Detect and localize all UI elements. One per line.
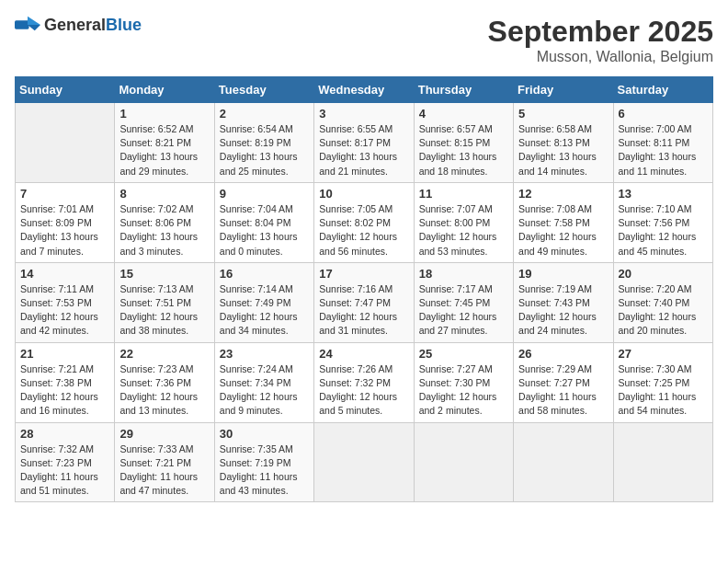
day-cell: 10Sunrise: 7:05 AMSunset: 8:02 PMDayligh…: [314, 182, 414, 262]
day-cell: 19Sunrise: 7:19 AMSunset: 7:43 PMDayligh…: [514, 262, 613, 342]
day-info: Sunrise: 7:23 AMSunset: 7:36 PMDaylight:…: [119, 362, 209, 419]
day-cell: 7Sunrise: 7:01 AMSunset: 8:09 PMDaylight…: [16, 182, 115, 262]
day-number: 19: [518, 267, 608, 281]
day-cell: 17Sunrise: 7:16 AMSunset: 7:47 PMDayligh…: [314, 262, 414, 342]
location-subtitle: Musson, Wallonia, Belgium: [488, 49, 713, 65]
day-info: Sunrise: 7:11 AMSunset: 7:53 PMDaylight:…: [20, 282, 109, 339]
day-cell: 13Sunrise: 7:10 AMSunset: 7:56 PMDayligh…: [613, 182, 712, 262]
day-number: 3: [319, 107, 408, 121]
day-cell: 23Sunrise: 7:24 AMSunset: 7:34 PMDayligh…: [214, 342, 313, 422]
day-cell: 14Sunrise: 7:11 AMSunset: 7:53 PMDayligh…: [16, 262, 115, 342]
month-title: September 2025: [488, 15, 713, 49]
day-info: Sunrise: 7:14 AMSunset: 7:49 PMDaylight:…: [220, 282, 309, 339]
week-row: 14Sunrise: 7:11 AMSunset: 7:53 PMDayligh…: [16, 262, 713, 342]
day-cell: [314, 422, 414, 502]
day-info: Sunrise: 7:33 AMSunset: 7:21 PMDaylight:…: [119, 442, 209, 499]
day-number: 2: [220, 107, 309, 121]
day-number: 26: [518, 347, 608, 361]
header-saturday: Saturday: [613, 77, 712, 103]
day-info: Sunrise: 7:30 AMSunset: 7:25 PMDaylight:…: [619, 362, 708, 419]
day-number: 30: [220, 427, 309, 441]
day-number: 10: [319, 187, 408, 201]
day-number: 28: [20, 427, 109, 441]
day-number: 17: [319, 267, 408, 281]
day-cell: [414, 422, 513, 502]
day-info: Sunrise: 7:20 AMSunset: 7:40 PMDaylight:…: [619, 282, 708, 339]
day-info: Sunrise: 7:08 AMSunset: 7:58 PMDaylight:…: [518, 202, 608, 259]
day-cell: 1Sunrise: 6:52 AMSunset: 8:21 PMDaylight…: [115, 103, 214, 183]
header: GeneralBlue September 2025 Musson, Wallo…: [15, 15, 713, 65]
day-info: Sunrise: 7:21 AMSunset: 7:38 PMDaylight:…: [20, 362, 109, 419]
day-cell: 11Sunrise: 7:07 AMSunset: 8:00 PMDayligh…: [414, 182, 513, 262]
day-number: 16: [220, 267, 309, 281]
header-thursday: Thursday: [414, 77, 513, 103]
logo: GeneralBlue: [15, 15, 142, 35]
day-cell: [514, 422, 613, 502]
header-tuesday: Tuesday: [214, 77, 313, 103]
day-cell: 30Sunrise: 7:35 AMSunset: 7:19 PMDayligh…: [214, 422, 313, 502]
week-row: 21Sunrise: 7:21 AMSunset: 7:38 PMDayligh…: [16, 342, 713, 422]
logo-blue: Blue: [106, 16, 142, 34]
day-cell: 24Sunrise: 7:26 AMSunset: 7:32 PMDayligh…: [314, 342, 414, 422]
day-info: Sunrise: 7:01 AMSunset: 8:09 PMDaylight:…: [20, 202, 109, 259]
week-row: 1Sunrise: 6:52 AMSunset: 8:21 PMDaylight…: [16, 103, 713, 183]
day-number: 14: [20, 267, 109, 281]
day-number: 23: [220, 347, 309, 361]
day-cell: 2Sunrise: 6:54 AMSunset: 8:19 PMDaylight…: [214, 103, 313, 183]
day-number: 1: [119, 107, 209, 121]
day-number: 24: [319, 347, 408, 361]
day-cell: 3Sunrise: 6:55 AMSunset: 8:17 PMDaylight…: [314, 103, 414, 183]
day-cell: 12Sunrise: 7:08 AMSunset: 7:58 PMDayligh…: [514, 182, 613, 262]
day-info: Sunrise: 7:27 AMSunset: 7:30 PMDaylight:…: [419, 362, 508, 419]
day-info: Sunrise: 6:55 AMSunset: 8:17 PMDaylight:…: [319, 122, 408, 178]
svg-rect-0: [15, 20, 29, 29]
calendar-body: 1Sunrise: 6:52 AMSunset: 8:21 PMDaylight…: [16, 103, 713, 502]
day-number: 25: [419, 347, 508, 361]
day-number: 12: [518, 187, 608, 201]
calendar-header-row: SundayMondayTuesdayWednesdayThursdayFrid…: [16, 77, 713, 103]
day-cell: 26Sunrise: 7:29 AMSunset: 7:27 PMDayligh…: [514, 342, 613, 422]
day-number: 11: [419, 187, 508, 201]
day-cell: 25Sunrise: 7:27 AMSunset: 7:30 PMDayligh…: [414, 342, 513, 422]
calendar-table: SundayMondayTuesdayWednesdayThursdayFrid…: [15, 76, 713, 502]
header-wednesday: Wednesday: [314, 77, 414, 103]
day-number: 4: [419, 107, 508, 121]
day-number: 9: [220, 187, 309, 201]
day-number: 8: [119, 187, 209, 201]
day-cell: 15Sunrise: 7:13 AMSunset: 7:51 PMDayligh…: [115, 262, 214, 342]
day-cell: [613, 422, 712, 502]
day-info: Sunrise: 7:10 AMSunset: 7:56 PMDaylight:…: [619, 202, 708, 259]
day-info: Sunrise: 7:35 AMSunset: 7:19 PMDaylight:…: [220, 442, 309, 499]
day-cell: 5Sunrise: 6:58 AMSunset: 8:13 PMDaylight…: [514, 103, 613, 183]
day-cell: 8Sunrise: 7:02 AMSunset: 8:06 PMDaylight…: [115, 182, 214, 262]
day-number: 6: [619, 107, 708, 121]
day-number: 7: [20, 187, 109, 201]
day-info: Sunrise: 7:04 AMSunset: 8:04 PMDaylight:…: [220, 202, 309, 259]
day-info: Sunrise: 6:54 AMSunset: 8:19 PMDaylight:…: [220, 122, 309, 178]
day-info: Sunrise: 7:02 AMSunset: 8:06 PMDaylight:…: [119, 202, 209, 259]
day-info: Sunrise: 7:05 AMSunset: 8:02 PMDaylight:…: [319, 202, 408, 259]
logo-general: General: [44, 16, 106, 34]
day-info: Sunrise: 7:00 AMSunset: 8:11 PMDaylight:…: [619, 122, 708, 178]
day-info: Sunrise: 7:24 AMSunset: 7:34 PMDaylight:…: [220, 362, 309, 419]
day-info: Sunrise: 7:29 AMSunset: 7:27 PMDaylight:…: [518, 362, 608, 419]
day-number: 20: [619, 267, 708, 281]
day-cell: 21Sunrise: 7:21 AMSunset: 7:38 PMDayligh…: [16, 342, 115, 422]
day-cell: 4Sunrise: 6:57 AMSunset: 8:15 PMDaylight…: [414, 103, 513, 183]
day-number: 5: [518, 107, 608, 121]
week-row: 7Sunrise: 7:01 AMSunset: 8:09 PMDaylight…: [16, 182, 713, 262]
day-info: Sunrise: 7:19 AMSunset: 7:43 PMDaylight:…: [518, 282, 608, 339]
day-cell: [16, 103, 115, 183]
day-number: 22: [119, 347, 209, 361]
day-number: 15: [119, 267, 209, 281]
day-cell: 27Sunrise: 7:30 AMSunset: 7:25 PMDayligh…: [613, 342, 712, 422]
header-sunday: Sunday: [16, 77, 115, 103]
day-cell: 6Sunrise: 7:00 AMSunset: 8:11 PMDaylight…: [613, 103, 712, 183]
day-info: Sunrise: 6:52 AMSunset: 8:21 PMDaylight:…: [119, 122, 209, 178]
day-number: 18: [419, 267, 508, 281]
day-number: 21: [20, 347, 109, 361]
day-info: Sunrise: 6:57 AMSunset: 8:15 PMDaylight:…: [419, 122, 508, 178]
header-monday: Monday: [115, 77, 214, 103]
day-info: Sunrise: 6:58 AMSunset: 8:13 PMDaylight:…: [518, 122, 608, 178]
day-cell: 18Sunrise: 7:17 AMSunset: 7:45 PMDayligh…: [414, 262, 513, 342]
